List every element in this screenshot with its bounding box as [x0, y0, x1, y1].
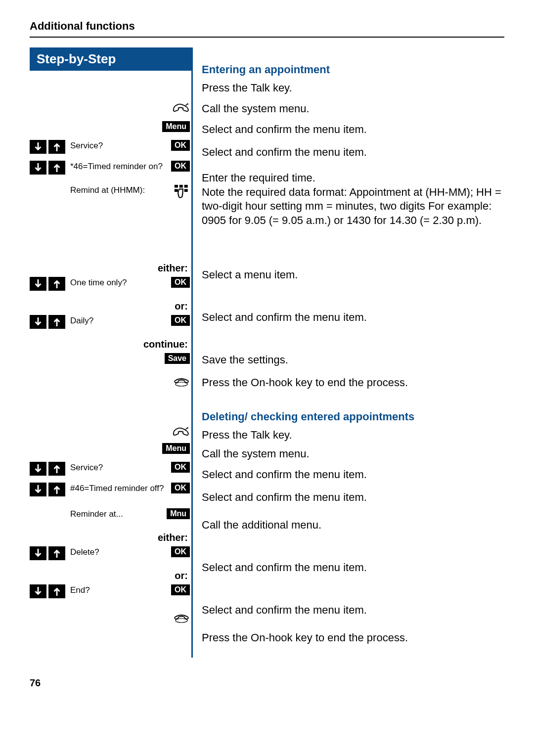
arrow-down-icon[interactable] [30, 462, 46, 476]
menu-item-label: Remind at (HHMM): [68, 184, 173, 195]
menu-button[interactable]: Menu [162, 121, 190, 132]
step-description: Save the settings. [202, 352, 504, 375]
step-description: Select and confirm the menu item. [202, 310, 504, 332]
step-description: Press the On-hook key to end the process… [202, 630, 504, 658]
page-number: 76 [30, 677, 504, 689]
ok-button[interactable]: OK [171, 584, 190, 595]
nav-arrows[interactable] [30, 277, 65, 291]
arrow-up-icon[interactable] [48, 161, 65, 175]
svg-rect-3 [175, 189, 178, 192]
arrow-down-icon[interactable] [30, 315, 46, 329]
right-column: Entering an appointment Press the Talk k… [193, 47, 504, 658]
ok-button[interactable]: OK [171, 140, 190, 151]
arrow-down-icon[interactable] [30, 584, 46, 598]
step-description: Select and confirm the menu item. [202, 560, 504, 582]
arrow-down-icon[interactable] [30, 277, 46, 291]
step-description: Select a menu item. [202, 267, 504, 290]
menu-button[interactable]: Menu [162, 443, 190, 454]
flow-label-or: or: [30, 298, 190, 315]
flow-spacer [202, 582, 504, 602]
flow-label-either: either: [30, 529, 190, 546]
flow-label-either: either: [30, 260, 190, 277]
flow-label-continue: continue: [30, 336, 190, 353]
flow-label-or: or: [30, 567, 190, 584]
arrow-up-icon[interactable] [48, 315, 65, 329]
flow-spacer [202, 247, 504, 267]
menu-item-label: Delete? [68, 546, 169, 557]
keypad-icon [173, 184, 190, 199]
step-description: Call the system menu. [202, 101, 504, 122]
on-hook-key-icon [173, 610, 190, 625]
svg-rect-4 [184, 189, 188, 192]
ok-button[interactable]: OK [171, 483, 190, 493]
step-description: Select and confirm the menu item. [202, 489, 504, 517]
nav-arrows[interactable] [30, 546, 65, 560]
step-by-step-header: Step-by-Step [30, 47, 191, 71]
arrow-up-icon[interactable] [48, 483, 65, 496]
step-description: Select and confirm the menu item. [202, 467, 504, 489]
step-description: Select and confirm the menu item. [202, 602, 504, 630]
step-description: Select and confirm the menu item. [202, 122, 504, 144]
svg-rect-0 [175, 185, 178, 188]
nav-arrows[interactable] [30, 584, 65, 598]
ok-button[interactable]: OK [171, 546, 190, 557]
section-title-entering: Entering an appointment [202, 47, 504, 80]
arrow-down-icon[interactable] [30, 140, 46, 154]
flow-spacer [202, 332, 504, 352]
nav-arrows[interactable] [30, 161, 65, 175]
on-hook-key-icon [173, 374, 190, 389]
arrow-down-icon[interactable] [30, 483, 46, 496]
section-title-deleting: Deleting/ checking entered appointments [202, 402, 504, 427]
arrow-down-icon[interactable] [30, 546, 46, 560]
nav-arrows[interactable] [30, 483, 65, 496]
step-description: Enter the required time. Note the requir… [202, 170, 504, 247]
svg-rect-1 [179, 185, 183, 188]
svg-point-5 [176, 382, 187, 386]
step-description: Call the additional menu. [202, 517, 504, 540]
ok-button[interactable]: OK [171, 161, 190, 172]
arrow-down-icon[interactable] [30, 161, 46, 175]
menu-item-label: Reminder at... [68, 508, 165, 519]
left-column: Step-by-Step Menu Service? OK [30, 47, 193, 658]
menu-item-label: Service? [68, 462, 169, 473]
menu-item-label: #46=Timed reminder off? [68, 483, 169, 493]
nav-arrows[interactable] [30, 140, 65, 154]
step-description: Press the On-hook key to end the process… [202, 375, 504, 402]
svg-rect-2 [184, 185, 188, 188]
svg-point-6 [176, 619, 187, 623]
nav-arrows[interactable] [30, 462, 65, 476]
menu-item-label: Service? [68, 140, 169, 151]
step-description: Select and confirm the menu item. [202, 144, 504, 170]
arrow-up-icon[interactable] [48, 462, 65, 476]
arrow-up-icon[interactable] [48, 140, 65, 154]
flow-spacer [202, 290, 504, 310]
arrow-up-icon[interactable] [48, 546, 65, 560]
arrow-up-icon[interactable] [48, 277, 65, 291]
menu-item-label: Daily? [68, 315, 169, 326]
nav-arrows[interactable] [30, 315, 65, 329]
arrow-up-icon[interactable] [48, 584, 65, 598]
save-button[interactable]: Save [165, 353, 190, 364]
menu-item-label: One time only? [68, 277, 169, 288]
flow-spacer [202, 540, 504, 560]
menu-item-label: End? [68, 584, 169, 595]
talk-key-icon [173, 102, 190, 117]
step-description: Press the Talk key. [202, 427, 504, 446]
talk-key-icon [173, 426, 190, 441]
page: Additional functions Step-by-Step Menu [0, 0, 534, 709]
step-description: Call the system menu. [202, 446, 504, 467]
ok-button[interactable]: OK [171, 315, 190, 326]
ok-button[interactable]: OK [171, 462, 190, 473]
mnu-button[interactable]: Mnu [167, 508, 190, 519]
page-header: Additional functions [30, 20, 504, 38]
menu-item-label: *46=Timed reminder on? [68, 161, 169, 172]
ok-button[interactable]: OK [171, 277, 190, 288]
step-description: Press the Talk key. [202, 80, 504, 101]
